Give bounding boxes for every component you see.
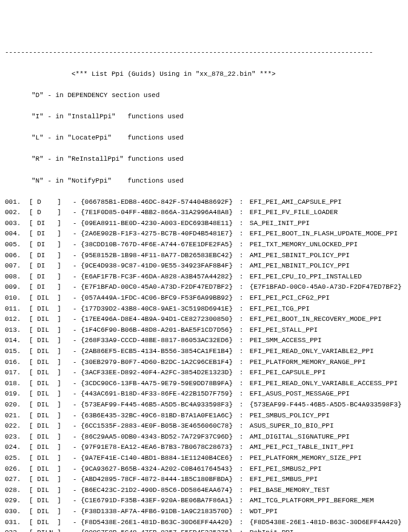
row-ppi-name: AMI_PEI_SBINIT_POLICY_PPI	[250, 251, 350, 261]
row-ppi-name: EFI_PEI_FV_FILE_LOADER	[250, 207, 338, 218]
row-flag: [ DIL ]	[29, 421, 73, 432]
row-guid: - {E6AF1F7B-FC3F-46DA-A828-A3B457A44282}	[73, 272, 233, 283]
row-number: 032.	[5, 528, 29, 532]
row-number: 031.	[5, 517, 29, 528]
row-guid: - {38CDD10B-767D-4F6E-A744-67EE1DFE2FA5}	[73, 240, 233, 251]
ppi-row: 032.[ DILN ]- {908C7F8B-5C48-47FB-8357-F…	[5, 528, 403, 532]
colon-separator: :	[233, 517, 250, 528]
colon-separator: :	[233, 485, 250, 496]
colon-separator: :	[233, 389, 250, 400]
row-ppi-name: PEI_SMM_ACCESS_PPI	[250, 335, 322, 346]
row-guid: - {573EAF99-F445-46B5-A5D5-BC4A933598F3}	[73, 400, 233, 411]
colon-separator: :	[233, 240, 250, 251]
row-flag: [ DIL ]	[29, 453, 73, 464]
colon-separator: :	[233, 400, 250, 411]
row-number: 027.	[5, 474, 29, 485]
colon-separator: :	[233, 474, 250, 485]
row-number: 030.	[5, 507, 29, 517]
row-ppi-name: EFI_PEI_SMBUS2_PPI	[250, 464, 322, 475]
ppi-row: 011.[ DIL ]- {177D39D2-43B8-40C8-9AE1-3C…	[5, 304, 403, 315]
ppi-row: 001.[ D ]- {066785B1-EDB8-46DC-842F-5744…	[5, 197, 403, 208]
row-number: 012.	[5, 314, 29, 325]
row-number: 014.	[5, 335, 29, 346]
row-flag: [ DIL ]	[29, 325, 73, 336]
row-number: 005.	[5, 240, 29, 251]
row-guid: - {86C29AA5-0DB0-4343-BD52-7A729F37C96D}	[73, 432, 233, 443]
colon-separator: :	[233, 432, 250, 443]
row-guid: - {2A6E902B-F1F3-4275-BC7B-40FD4B5481E7}	[73, 229, 233, 240]
row-flag: [ DIL ]	[29, 293, 73, 304]
colon-separator: :	[233, 207, 250, 218]
row-number: 003.	[5, 218, 29, 229]
row-ppi-name: {F8D5438E-26E1-481D-B63C-30D6EFF4A420}	[250, 517, 402, 528]
ppi-row: 009.[ DI ]- {E7F1BFAD-00C0-45A0-A73D-F2D…	[5, 282, 403, 293]
colon-separator: :	[233, 325, 250, 336]
colon-separator: :	[233, 496, 250, 507]
ppi-row: 010.[ DIL ]- {057A449A-1FDC-4C06-BFC9-F5…	[5, 293, 403, 304]
row-guid: - {9A7EF41E-C140-4BD1-B884-1E11240B4CE6}	[73, 453, 233, 464]
ppi-row: 015.[ DIL ]- {2AB86EF5-ECB5-4134-B556-38…	[5, 346, 403, 357]
ppi-row: 016.[ DIL ]- {30EB2979-B0F7-4D60-B2DC-1A…	[5, 357, 403, 368]
ppi-row: 006.[ DI ]- {95E8152B-1B98-4F11-8A77-DB2…	[5, 251, 403, 261]
row-ppi-name: EFI_ASUS_POST_MESSAGE_PPI	[250, 389, 350, 400]
colon-separator: :	[233, 507, 250, 517]
row-flag: [ DIL ]	[29, 432, 73, 443]
row-ppi-name: {E7F1BFAD-00C0-45A0-A73D-F2DF47ED7BF2}	[250, 282, 402, 293]
row-flag: [ DI ]	[29, 251, 73, 261]
row-guid: - {268F33A9-CCCD-48BE-8817-86053AC32ED6}	[73, 335, 233, 346]
ppi-row: 023.[ DIL ]- {86C29AA5-0DB0-4343-BD52-7A…	[5, 432, 403, 443]
row-number: 018.	[5, 379, 29, 389]
row-number: 017.	[5, 368, 29, 379]
row-ppi-name: EFI_PEI_CPU_IO_PPI_INSTALLED	[250, 272, 362, 283]
colon-separator: :	[233, 293, 250, 304]
row-number: 029.	[5, 496, 29, 507]
ppi-row: 018.[ DIL ]- {3CDC90C6-13FB-4A75-9E79-59…	[5, 379, 403, 389]
row-flag: [ DIL ]	[29, 346, 73, 357]
colon-separator: :	[233, 421, 250, 432]
colon-separator: :	[233, 411, 250, 422]
row-flag: [ DIL ]	[29, 411, 73, 422]
row-number: 016.	[5, 357, 29, 368]
ppi-row: 020.[ DIL ]- {573EAF99-F445-46B5-A5D5-BC…	[5, 400, 403, 411]
colon-separator: :	[233, 357, 250, 368]
row-ppi-name: EFI_PEI_BOOT_IN_FLASH_UPDATE_MODE_PPI	[250, 229, 398, 240]
row-flag: [ DIL ]	[29, 389, 73, 400]
row-guid: - {6CC1535F-2883-4E0F-B05B-3E4656060C78}	[73, 421, 233, 432]
colon-separator: :	[233, 218, 250, 229]
legend-n: "N" - in "NotifyPpi" functions used	[5, 176, 403, 187]
ppi-row: 003.[ DI ]- {09EA8911-BE0D-4230-A003-EDC…	[5, 218, 403, 229]
row-ppi-name: EFI_PEI_BOOT_IN_RECOVERY_MODE_PPI	[250, 314, 382, 325]
row-ppi-name: EFI_PEI_READ_ONLY_VARIABLE_ACCESS_PPI	[250, 379, 398, 389]
row-ppi-name: EFI_PEI_TCG_PPI	[250, 304, 310, 315]
ppi-row: 004.[ DI ]- {2A6E902B-F1F3-4275-BC7B-40F…	[5, 229, 403, 240]
row-ppi-name: EFI_PEI_SMBUS_PPI	[250, 474, 318, 485]
row-guid: - {17EE496A-D8E4-4B9A-94D1-CE8272300850}	[73, 314, 233, 325]
row-ppi-name: SA_PEI_INIT_PPI	[250, 218, 310, 229]
ppi-row: 002.[ D ]- {7E1F0D85-04FF-4BB2-866A-31A2…	[5, 207, 403, 218]
row-guid: - {3CDC90C6-13FB-4A75-9E79-59E9DD78B9FA}	[73, 379, 233, 389]
ppi-row: 021.[ DIL ]- {63B6E435-32BC-49C6-81BD-B7…	[5, 411, 403, 422]
colon-separator: :	[233, 197, 250, 208]
row-flag: [ DIL ]	[29, 304, 73, 315]
row-guid: - {C1E6791D-F35B-43EF-920A-BE06BA7F86A1}	[73, 496, 233, 507]
ppi-row: 031.[ DIL ]- {F8D5438E-26E1-481D-B63C-30…	[5, 517, 403, 528]
row-guid: - {9CE4D938-9C87-41D0-9E55-34923FAF8B4F}	[73, 261, 233, 272]
ppi-row: 028.[ DIL ]- {B6EC423C-21D2-490D-85C6-DD…	[5, 485, 403, 496]
ppi-row: 013.[ DIL ]- {1F4C6F90-B06B-48D8-A201-BA…	[5, 325, 403, 336]
ppi-row: 029.[ DIL ]- {C1E6791D-F35B-43EF-920A-BE…	[5, 496, 403, 507]
colon-separator: :	[233, 314, 250, 325]
colon-separator: :	[233, 442, 250, 453]
row-ppi-name: AMI_PEI_PCI_TABLE_INIT_PPI	[250, 442, 354, 453]
row-flag: [ DIL ]	[29, 507, 73, 517]
row-number: 007.	[5, 261, 29, 272]
row-flag: [ DIL ]	[29, 357, 73, 368]
row-flag: [ DIL ]	[29, 368, 73, 379]
row-flag: [ DIL ]	[29, 442, 73, 453]
row-flag: [ DIL ]	[29, 464, 73, 475]
legend-d: "D" - in DEPENDENCY section used	[5, 90, 403, 101]
colon-separator: :	[233, 282, 250, 293]
row-ppi-name: {573EAF99-F445-46B5-A5D5-BC4A933598F3}	[250, 400, 402, 411]
ppi-row: 017.[ DIL ]- {3ACF33EE-D892-40F4-A2FC-38…	[5, 368, 403, 379]
legend-r: "R" - in "ReInstallPpi" functions used	[5, 154, 403, 165]
ppi-row: 007.[ DI ]- {9CE4D938-9C87-41D0-9E55-349…	[5, 261, 403, 272]
